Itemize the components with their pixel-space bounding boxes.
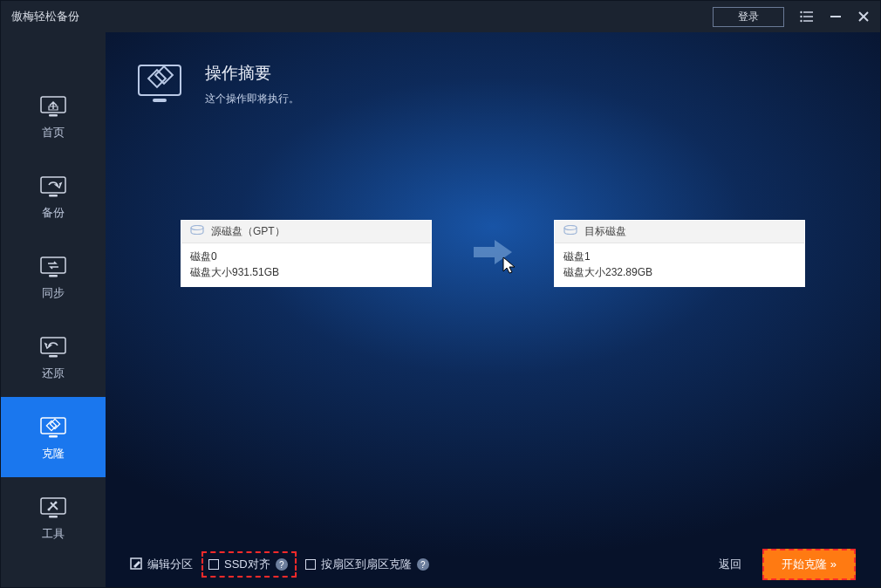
svg-rect-18 bbox=[49, 435, 58, 438]
sector-clone-checkbox[interactable]: 按扇区到扇区克隆 ? bbox=[305, 557, 429, 572]
start-clone-button[interactable]: 开始克隆 » bbox=[762, 549, 856, 580]
sidebar-item-label: 工具 bbox=[42, 526, 65, 542]
minimize-icon[interactable] bbox=[830, 10, 842, 23]
edit-partition-label: 编辑分区 bbox=[147, 557, 193, 572]
sidebar-item-tools[interactable]: 工具 bbox=[1, 477, 106, 557]
help-icon[interactable]: ? bbox=[417, 558, 429, 571]
app-title: 傲梅轻松备份 bbox=[11, 9, 79, 24]
sector-clone-label: 按扇区到扇区克隆 bbox=[321, 557, 412, 572]
login-button[interactable]: 登录 bbox=[713, 7, 784, 27]
main-panel: 操作摘要 这个操作即将执行。 源磁盘（GPT） 磁盘0 磁盘大小931.51GB bbox=[106, 32, 880, 587]
source-disk-size: 磁盘大小931.51GB bbox=[190, 264, 422, 280]
sidebar-item-clone[interactable]: 克隆 bbox=[1, 397, 106, 477]
home-icon bbox=[38, 93, 68, 118]
svg-point-24 bbox=[55, 502, 58, 504]
edit-icon bbox=[130, 557, 142, 572]
svg-point-29 bbox=[191, 226, 203, 230]
sidebar-item-label: 同步 bbox=[42, 285, 65, 301]
sidebar-item-home[interactable]: 首页 bbox=[1, 76, 106, 156]
target-disk-size: 磁盘大小232.89GB bbox=[563, 264, 796, 280]
checkbox-empty-icon bbox=[208, 559, 219, 570]
sidebar-item-backup[interactable]: 备份 bbox=[1, 156, 106, 236]
svg-rect-16 bbox=[49, 355, 58, 358]
sidebar-item-restore[interactable]: 还原 bbox=[1, 317, 106, 397]
sidebar-item-label: 克隆 bbox=[42, 446, 65, 462]
source-disk-card[interactable]: 源磁盘（GPT） 磁盘0 磁盘大小931.51GB bbox=[181, 220, 432, 287]
sidebar: 首页 备份 同步 还原 bbox=[1, 32, 106, 587]
svg-rect-26 bbox=[153, 99, 167, 102]
svg-point-4 bbox=[800, 16, 802, 17]
ssd-align-checkbox[interactable]: SSD对齐 ? bbox=[208, 557, 288, 572]
start-clone-label: 开始克隆 » bbox=[782, 557, 837, 572]
svg-rect-12 bbox=[49, 195, 58, 197]
sync-icon bbox=[38, 254, 68, 278]
disk-icon bbox=[563, 225, 577, 238]
target-disk-title: 目标磁盘 bbox=[584, 224, 626, 239]
svg-rect-22 bbox=[49, 516, 58, 518]
ssd-align-highlight: SSD对齐 ? bbox=[201, 551, 297, 578]
titlebar: 傲梅轻松备份 登录 bbox=[1, 1, 880, 32]
footer-bar: 编辑分区 SSD对齐 ? 按扇区到扇区克隆 ? bbox=[106, 542, 880, 587]
svg-rect-13 bbox=[41, 257, 65, 273]
menu-list-icon[interactable] bbox=[800, 10, 814, 23]
target-disk-card[interactable]: 目标磁盘 磁盘1 磁盘大小232.89GB bbox=[554, 220, 805, 287]
backup-icon bbox=[38, 174, 68, 198]
page-title: 操作摘要 bbox=[205, 62, 299, 85]
sidebar-item-label: 备份 bbox=[42, 205, 65, 221]
svg-rect-11 bbox=[41, 177, 65, 193]
checkbox-empty-icon bbox=[305, 559, 316, 570]
page-subtitle: 这个操作即将执行。 bbox=[205, 92, 299, 106]
summary-icon bbox=[135, 62, 184, 106]
sidebar-item-label: 首页 bbox=[42, 125, 65, 140]
svg-point-30 bbox=[564, 226, 577, 230]
clone-icon bbox=[38, 414, 68, 439]
sidebar-item-sync[interactable]: 同步 bbox=[1, 236, 106, 317]
tools-icon bbox=[38, 495, 68, 519]
ssd-align-label: SSD对齐 bbox=[224, 557, 270, 572]
source-disk-name: 磁盘0 bbox=[190, 249, 422, 264]
help-icon[interactable]: ? bbox=[276, 558, 288, 571]
svg-point-3 bbox=[800, 11, 802, 13]
close-icon[interactable] bbox=[857, 10, 870, 23]
svg-point-23 bbox=[48, 509, 51, 511]
target-disk-name: 磁盘1 bbox=[563, 249, 796, 264]
sidebar-item-label: 还原 bbox=[42, 366, 65, 381]
disk-icon bbox=[190, 225, 204, 238]
svg-rect-14 bbox=[49, 275, 58, 277]
back-button[interactable]: 返回 bbox=[719, 557, 741, 572]
restore-icon bbox=[38, 334, 68, 359]
svg-rect-10 bbox=[49, 114, 58, 117]
svg-point-5 bbox=[800, 20, 802, 22]
arrow-right-icon bbox=[472, 236, 514, 271]
edit-partition-button[interactable]: 编辑分区 bbox=[130, 557, 193, 572]
source-disk-title: 源磁盘（GPT） bbox=[211, 224, 285, 239]
svg-rect-15 bbox=[41, 338, 65, 353]
